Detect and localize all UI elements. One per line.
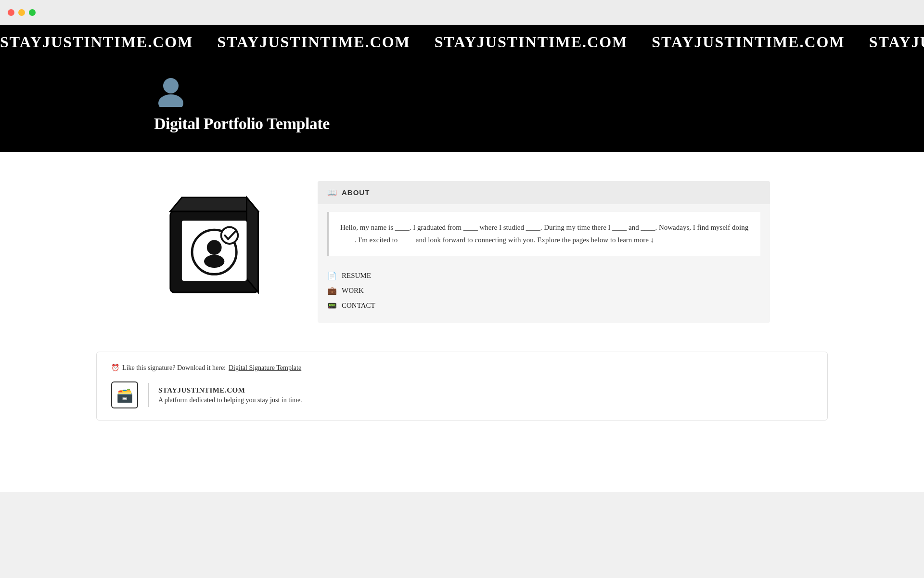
maximize-button[interactable] (29, 9, 36, 16)
svg-point-0 (163, 78, 179, 93)
nav-link-work[interactable]: 💼 WORK (327, 283, 760, 298)
cube-illustration (154, 181, 279, 306)
page-title: Digital Portfolio Template (154, 115, 924, 133)
traffic-lights (8, 9, 36, 16)
about-panel: 📖 ABOUT Hello, my name is ____. I gradua… (318, 181, 770, 323)
resume-icon: 📄 (327, 271, 337, 280)
contact-icon: 📟 (327, 301, 337, 310)
scrolling-banner: STAYJUSTINTIME.COM STAYJUSTINTIME.COM ST… (0, 25, 924, 59)
svg-point-7 (207, 240, 222, 255)
about-body: Hello, my name is ____. I graduated from… (327, 212, 760, 256)
nav-link-resume[interactable]: 📄 RESUME (327, 268, 760, 283)
page-content: Digital Portfolio Template (0, 59, 924, 492)
svg-marker-3 (170, 197, 258, 211)
signature-body: 🗃️ STAYJUSTINTIME.COM A platform dedicat… (111, 381, 813, 408)
signature-section: ⏰ Like this signature? Download it here:… (96, 352, 828, 420)
about-header: 📖 ABOUT (318, 181, 770, 204)
about-icon: 📖 (327, 188, 337, 197)
signature-divider (148, 383, 149, 407)
alarm-icon: ⏰ (111, 364, 119, 372)
avatar-icon (154, 73, 924, 115)
signature-tagline: A platform dedicated to helping you stay… (158, 396, 302, 404)
signature-icon: 🗃️ (116, 387, 133, 403)
svg-point-8 (204, 255, 224, 268)
banner-track: STAYJUSTINTIME.COM STAYJUSTINTIME.COM ST… (0, 33, 924, 51)
resume-label: RESUME (342, 272, 371, 280)
main-body: 📖 ABOUT Hello, my name is ____. I gradua… (0, 152, 924, 352)
svg-point-9 (221, 227, 238, 244)
about-label: ABOUT (342, 188, 370, 197)
close-button[interactable] (8, 9, 14, 16)
window-chrome (0, 0, 924, 25)
nav-links: 📄 RESUME 💼 WORK 📟 CONTACT (318, 263, 770, 323)
contact-label: CONTACT (342, 302, 375, 310)
signature-domain: STAYJUSTINTIME.COM (158, 386, 302, 394)
signature-top: ⏰ Like this signature? Download it here:… (111, 364, 813, 372)
portfolio-header: Digital Portfolio Template (0, 59, 924, 152)
nav-link-contact[interactable]: 📟 CONTACT (327, 298, 760, 313)
signature-pre-text: Like this signature? Download it here: (122, 364, 226, 372)
svg-marker-4 (247, 197, 258, 292)
banner-text-1: STAYJUSTINTIME.COM STAYJUSTINTIME.COM ST… (0, 33, 924, 51)
about-text: Hello, my name is ____. I graduated from… (340, 222, 751, 246)
signature-link[interactable]: Digital Signature Template (229, 364, 301, 372)
work-label: WORK (342, 287, 364, 295)
svg-point-1 (158, 94, 183, 107)
work-icon: 💼 (327, 286, 337, 295)
signature-info: STAYJUSTINTIME.COM A platform dedicated … (158, 386, 302, 404)
signature-icon-box: 🗃️ (111, 381, 138, 408)
minimize-button[interactable] (18, 9, 25, 16)
